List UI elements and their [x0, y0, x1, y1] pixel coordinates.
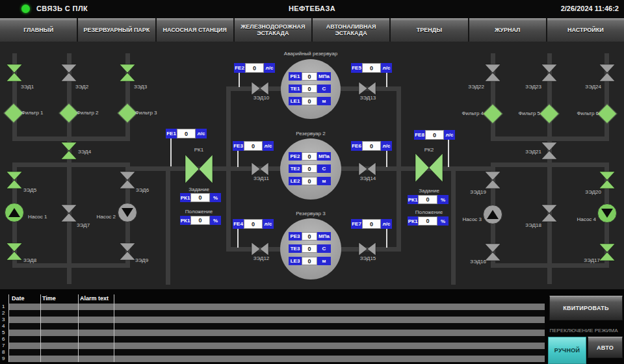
alarm-column-separator — [8, 294, 9, 362]
alarm-row-2[interactable] — [8, 310, 545, 317]
manual-mode-button[interactable]: РУЧНОЙ — [548, 337, 586, 364]
alarm-column-separator — [114, 294, 114, 362]
alarm-row-number: 9 — [2, 356, 5, 362]
scada-screen: СВЯЗЬ С ПЛК НЕФТЕБАЗА 2/26/2024 11:46:2 … — [0, 0, 624, 364]
alarm-row-number: 5 — [2, 330, 5, 336]
alarm-row-9[interactable] — [8, 356, 545, 362]
alarm-header-alarm-text: Alarm text — [80, 295, 109, 302]
alarm-row-1[interactable] — [8, 304, 545, 310]
alarm-row-8[interactable] — [8, 349, 545, 356]
alarm-column-separator — [78, 294, 79, 362]
acknowledge-button[interactable]: КВИТИРОВАТЬ — [549, 296, 623, 320]
alarm-column-separator — [40, 294, 41, 362]
alarm-row-5[interactable] — [8, 330, 545, 336]
alarm-row-3[interactable] — [8, 317, 545, 323]
alarm-row-number: 1 — [2, 304, 5, 310]
alarm-row-number: 8 — [2, 349, 5, 356]
alarm-row-number: 6 — [2, 336, 5, 343]
alarm-row-4[interactable] — [8, 323, 545, 330]
alarm-header-time: Time — [42, 295, 56, 302]
alarm-row-number: 7 — [2, 343, 5, 349]
alarm-row-number: 3 — [2, 317, 5, 323]
alarm-row-7[interactable] — [8, 343, 545, 349]
alarm-row-number: 2 — [2, 310, 5, 317]
auto-mode-button[interactable]: АВТО — [588, 337, 623, 358]
alarm-header-date: Date — [12, 295, 25, 302]
alarm-table: 123456789DateTimeAlarm text — [0, 0, 624, 364]
alarm-row-number: 4 — [2, 323, 5, 330]
alarm-row-6[interactable] — [8, 336, 545, 343]
mode-switch-label: ПЕРЕКЛЮЧЕНИЕ РЕЖИМА — [545, 328, 623, 333]
